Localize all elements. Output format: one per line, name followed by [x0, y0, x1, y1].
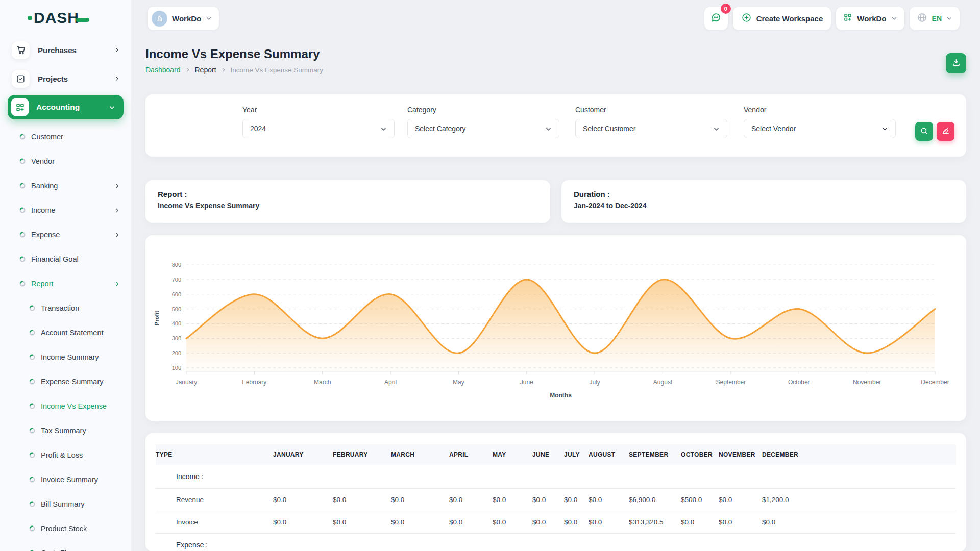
sidebar-report-item[interactable]: Cash Flow: [0, 541, 131, 551]
chevron-right-icon: [114, 232, 120, 238]
sidebar-subitem-label: Income: [31, 206, 56, 214]
cell: $0.0: [273, 511, 333, 533]
grid-plus-icon: [11, 98, 29, 116]
column-header: TYPE: [156, 444, 273, 465]
donut-bullet-icon: [29, 477, 35, 483]
cell: Invoice: [156, 511, 273, 533]
sidebar-item-purchases[interactable]: Purchases: [0, 36, 131, 64]
apply-filter-button[interactable]: [915, 122, 933, 141]
chevron-down-icon: [713, 126, 720, 132]
sidebar-item-label: Purchases: [38, 46, 77, 55]
sidebar-subitem-label: Financial Goal: [31, 255, 79, 263]
sidebar-report-item[interactable]: Product Stock: [0, 516, 131, 541]
sidebar-item-projects[interactable]: Projects: [0, 64, 131, 93]
topbar: WorkDo 0 Create Workspace: [145, 0, 966, 37]
year-label: Year: [242, 106, 395, 114]
sidebar-report-item-label: Cash Flow: [41, 549, 76, 551]
sidebar-report-item[interactable]: Invoice Summary: [0, 467, 131, 492]
filter-panel: Year 2024 Category Select Category Custo…: [145, 94, 966, 157]
svg-text:300: 300: [172, 335, 181, 341]
sidebar-subitem-label: Banking: [31, 182, 58, 190]
cell: $0.0: [532, 511, 564, 533]
vendor-select[interactable]: Select Vendor: [744, 119, 896, 138]
group-label: Income :: [156, 465, 956, 488]
sidebar-report-item-label: Expense Summary: [41, 378, 104, 386]
workspace-menu-label: WorkDo: [857, 14, 886, 23]
sidebar-report-item-label: Invoice Summary: [41, 475, 98, 484]
chevron-right-icon: [114, 47, 120, 53]
sidebar-subitem[interactable]: Banking: [0, 173, 131, 198]
donut-bullet-icon: [19, 183, 26, 189]
sidebar-report-item-label: Tax Summary: [41, 427, 86, 435]
sidebar-subitem[interactable]: Expense: [0, 222, 131, 247]
sidebar-report-item[interactable]: Expense Summary: [0, 369, 131, 394]
column-header: APRIL: [449, 444, 493, 465]
donut-bullet-icon: [29, 428, 35, 434]
workspace-menu-button[interactable]: WorkDo: [836, 7, 904, 30]
filter-category: Category Select Category: [407, 106, 559, 138]
cell: $0.0: [532, 488, 564, 511]
chevron-down-icon: [946, 15, 952, 21]
cart-icon: [12, 41, 30, 59]
column-header: MARCH: [391, 444, 449, 465]
svg-text:February: February: [242, 379, 266, 386]
app-logo[interactable]: DASH: [28, 9, 89, 27]
column-header: AUGUST: [589, 444, 629, 465]
sidebar-subitem[interactable]: Report: [0, 271, 131, 296]
main-content: WorkDo 0 Create Workspace: [131, 0, 980, 551]
customer-select[interactable]: Select Customer: [575, 119, 727, 138]
svg-text:July: July: [590, 379, 600, 386]
sidebar-subitem[interactable]: Financial Goal: [0, 247, 131, 271]
donut-bullet-icon: [29, 379, 35, 385]
sidebar-report-item-label: Profit & Loss: [41, 451, 83, 459]
sidebar-report-item[interactable]: Income Summary: [0, 345, 131, 369]
building-icon: [152, 11, 167, 27]
create-workspace-button[interactable]: Create Workspace: [733, 7, 831, 30]
breadcrumb-dashboard-link[interactable]: Dashboard: [145, 66, 181, 74]
svg-text:August: August: [653, 379, 673, 386]
workspace-selector[interactable]: WorkDo: [148, 7, 219, 30]
language-selector[interactable]: EN: [910, 7, 960, 30]
download-button[interactable]: [946, 53, 966, 73]
sidebar-section-label: Accounting: [36, 103, 80, 112]
chevron-down-icon: [545, 126, 552, 132]
sidebar-subitem[interactable]: Customer: [0, 124, 131, 149]
vendor-label: Vendor: [744, 106, 896, 114]
summary-cards: Report : Income Vs Expense Summary Durat…: [145, 180, 966, 223]
reset-filter-button[interactable]: [937, 122, 954, 141]
sidebar-item-accounting-active[interactable]: Accounting: [8, 95, 124, 119]
search-icon: [920, 127, 928, 137]
svg-text:October: October: [788, 379, 810, 386]
messages-button[interactable]: 0: [704, 7, 728, 30]
year-value: 2024: [250, 124, 266, 133]
sidebar-subitem-label: Report: [31, 280, 54, 288]
category-select[interactable]: Select Category: [407, 119, 559, 138]
vendor-value: Select Vendor: [751, 124, 796, 133]
sidebar-subitem[interactable]: Income: [0, 198, 131, 222]
chevron-down-icon: [380, 126, 387, 132]
cell: $0.0: [762, 511, 956, 533]
sidebar-report-item[interactable]: Income Vs Expense: [0, 394, 131, 418]
duration-card-value: Jan-2024 to Dec-2024: [574, 202, 954, 210]
donut-bullet-icon: [19, 281, 26, 287]
sidebar-report-item[interactable]: Profit & Loss: [0, 443, 131, 467]
svg-text:May: May: [453, 379, 464, 386]
sidebar-report-item[interactable]: Bill Summary: [0, 492, 131, 516]
sidebar-item-label: Projects: [38, 74, 68, 83]
table-row: Revenue$0.0$0.0$0.0$0.0$0.0$0.0$0.0$0.0$…: [156, 488, 956, 511]
chevron-right-icon: [114, 76, 120, 82]
filter-year: Year 2024: [242, 106, 395, 138]
topbar-actions: 0 Create Workspace WorkDo: [704, 7, 966, 30]
cell: $313,320.5: [629, 511, 681, 533]
report-card-value: Income Vs Expense Summary: [158, 202, 538, 210]
sidebar-report-item[interactable]: Tax Summary: [0, 418, 131, 443]
sidebar-report-item-label: Transaction: [41, 304, 79, 312]
breadcrumb-report-link[interactable]: Report: [195, 66, 216, 74]
year-select[interactable]: 2024: [242, 119, 395, 138]
sidebar-report-item[interactable]: Account Statement: [0, 320, 131, 345]
sidebar-report-item[interactable]: Transaction: [0, 296, 131, 320]
table-group-row: Expense :: [156, 533, 956, 551]
cell: $0.0: [333, 511, 391, 533]
chevron-right-icon: [221, 67, 226, 72]
sidebar-subitem[interactable]: Vendor: [0, 149, 131, 173]
